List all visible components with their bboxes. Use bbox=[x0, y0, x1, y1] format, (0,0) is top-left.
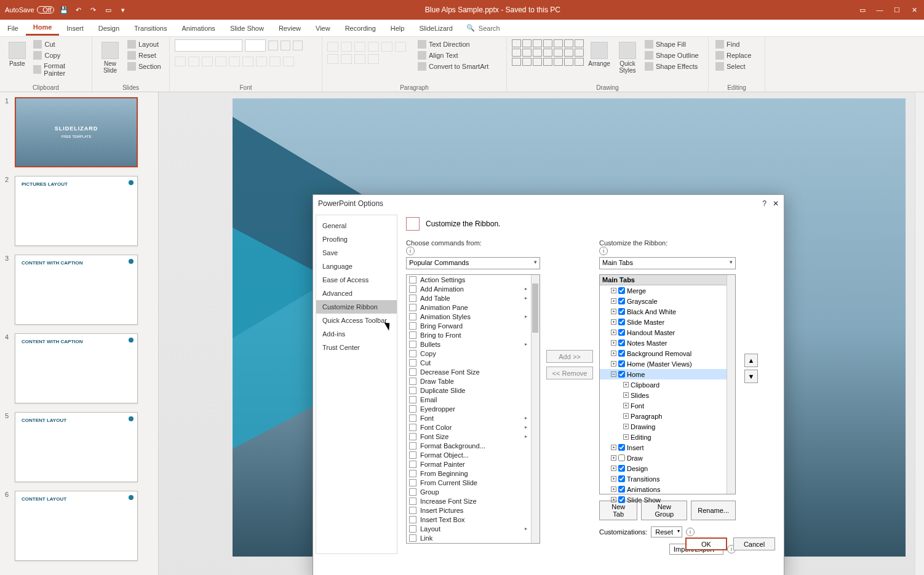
indent-inc-icon[interactable] bbox=[368, 42, 379, 52]
shapes-gallery[interactable] bbox=[512, 39, 584, 66]
command-list-item[interactable]: Bring to Front bbox=[407, 330, 540, 339]
close-icon[interactable]: ✕ bbox=[773, 199, 779, 208]
case-icon[interactable] bbox=[256, 57, 267, 66]
tree-item[interactable]: +Drawing bbox=[600, 421, 735, 432]
replace-button[interactable]: Replace bbox=[714, 50, 753, 60]
tree-item[interactable]: +Notes Master bbox=[600, 338, 735, 348]
tree-checkbox[interactable] bbox=[618, 329, 625, 336]
redo-icon[interactable]: ↷ bbox=[89, 5, 98, 15]
expand-icon[interactable]: + bbox=[611, 445, 616, 450]
cancel-button[interactable]: Cancel bbox=[733, 537, 775, 550]
options-category-item[interactable]: Advanced bbox=[316, 287, 397, 300]
info-icon[interactable]: i bbox=[599, 247, 608, 255]
expand-icon[interactable]: + bbox=[611, 497, 616, 502]
ribbon-tabs-tree[interactable]: Main Tabs +Merge+Grayscale+Black And Whi… bbox=[599, 274, 736, 494]
expand-icon[interactable]: + bbox=[611, 476, 616, 482]
autosave-toggle[interactable]: AutoSave Off bbox=[5, 6, 54, 14]
strike-icon[interactable] bbox=[229, 57, 240, 66]
command-list-item[interactable]: Format Object... bbox=[407, 450, 540, 459]
expand-icon[interactable]: + bbox=[611, 340, 616, 346]
expand-icon[interactable]: + bbox=[611, 361, 616, 367]
tree-item[interactable]: +Insert bbox=[600, 442, 735, 453]
tab-recording[interactable]: Recording bbox=[338, 22, 383, 35]
clear-format-icon[interactable] bbox=[293, 41, 303, 50]
autosave-switch[interactable]: Off bbox=[37, 6, 54, 14]
tree-checkbox[interactable] bbox=[618, 371, 625, 378]
font-color-icon[interactable] bbox=[283, 57, 294, 66]
ribbon-options-icon[interactable]: ▭ bbox=[858, 5, 867, 15]
options-category-item[interactable]: Quick Access Toolbar bbox=[316, 314, 397, 327]
slide-thumbnail[interactable]: 3CONTENT WITH CAPTION bbox=[5, 255, 147, 325]
command-list-item[interactable]: Format Background... bbox=[407, 441, 540, 450]
command-list-item[interactable]: Macros bbox=[407, 542, 540, 544]
highlight-icon[interactable] bbox=[269, 57, 281, 66]
expand-icon[interactable]: + bbox=[623, 382, 629, 387]
command-list-item[interactable]: Draw Table bbox=[407, 376, 540, 386]
tree-item[interactable]: +Draw bbox=[600, 453, 735, 463]
underline-icon[interactable] bbox=[202, 57, 213, 66]
help-icon[interactable]: ? bbox=[762, 199, 767, 208]
bullets-icon[interactable] bbox=[327, 42, 338, 52]
tree-item[interactable]: +Grayscale bbox=[600, 296, 735, 306]
command-list-item[interactable]: Bring Forward bbox=[407, 321, 540, 330]
shape-fill-button[interactable]: Shape Fill bbox=[643, 39, 701, 49]
tree-item[interactable]: +Home (Master Views) bbox=[600, 359, 735, 369]
ok-button[interactable]: OK bbox=[685, 537, 727, 550]
options-category-item[interactable]: General bbox=[316, 219, 397, 232]
search-box[interactable]: 🔍 Search bbox=[466, 24, 500, 32]
tree-checkbox[interactable] bbox=[618, 287, 625, 294]
tree-item[interactable]: +Handout Master bbox=[600, 327, 735, 338]
tree-item[interactable]: +Slide Show bbox=[600, 494, 735, 505]
slide-thumbnail[interactable]: 2PICTURES LAYOUT bbox=[5, 176, 147, 246]
shape-outline-button[interactable]: Shape Outline bbox=[643, 50, 701, 60]
line-spacing-icon[interactable] bbox=[381, 42, 392, 52]
slide-thumbnail[interactable]: 6CONTENT LAYOUT bbox=[5, 491, 147, 561]
tab-insert[interactable]: Insert bbox=[59, 22, 91, 35]
arrange-button[interactable]: Arrange bbox=[586, 39, 612, 69]
layout-button[interactable]: Layout bbox=[125, 39, 163, 49]
add-button[interactable]: Add >> bbox=[546, 350, 593, 363]
command-list-item[interactable]: Copy bbox=[407, 349, 540, 358]
justify-icon[interactable] bbox=[354, 54, 365, 64]
slide-thumbnail[interactable]: 1SLIDELIZARDFREE TEMPLATE bbox=[5, 97, 147, 167]
info-icon[interactable]: i bbox=[686, 528, 695, 536]
expand-icon[interactable]: + bbox=[623, 403, 629, 408]
expand-icon[interactable]: + bbox=[611, 309, 616, 314]
command-list-item[interactable]: Font Color▸ bbox=[407, 422, 540, 432]
indent-dec-icon[interactable] bbox=[354, 42, 365, 52]
tree-checkbox[interactable] bbox=[618, 486, 625, 493]
command-list-item[interactable]: Font▸ bbox=[407, 413, 540, 422]
shadow-icon[interactable] bbox=[215, 57, 226, 66]
tab-slideshow[interactable]: Slide Show bbox=[223, 22, 271, 35]
customize-ribbon-dropdown[interactable]: Main Tabs bbox=[599, 257, 736, 269]
options-category-item[interactable]: Trust Center bbox=[316, 341, 397, 354]
tree-checkbox[interactable] bbox=[618, 298, 625, 304]
tree-item[interactable]: +Font bbox=[600, 400, 735, 411]
choose-commands-dropdown[interactable]: Popular Commands bbox=[406, 257, 540, 269]
tab-review[interactable]: Review bbox=[271, 22, 308, 35]
tab-transitions[interactable]: Transitions bbox=[127, 22, 174, 35]
increase-font-icon[interactable] bbox=[268, 41, 278, 50]
command-list-item[interactable]: Bullets▸ bbox=[407, 339, 540, 349]
command-list-item[interactable]: Email bbox=[407, 395, 540, 404]
command-list-item[interactable]: Animation Pane bbox=[407, 303, 540, 312]
command-list-item[interactable]: Insert Pictures bbox=[407, 506, 540, 515]
expand-icon[interactable]: + bbox=[611, 298, 616, 304]
command-list-item[interactable]: Format Painter bbox=[407, 459, 540, 469]
expand-icon[interactable]: + bbox=[623, 434, 629, 440]
command-list-item[interactable]: From Beginning bbox=[407, 469, 540, 478]
reset-button[interactable]: Reset bbox=[125, 50, 163, 60]
tree-item[interactable]: +Paragraph bbox=[600, 411, 735, 421]
tree-item[interactable]: +Clipboard bbox=[600, 379, 735, 390]
tree-item[interactable]: +Transitions bbox=[600, 474, 735, 484]
align-left-icon[interactable] bbox=[395, 42, 406, 52]
tree-checkbox[interactable] bbox=[618, 360, 625, 367]
tree-item[interactable]: +Black And White bbox=[600, 306, 735, 317]
minimize-icon[interactable]: — bbox=[875, 5, 885, 15]
decrease-font-icon[interactable] bbox=[281, 41, 290, 50]
tree-checkbox[interactable] bbox=[618, 319, 625, 325]
command-list-item[interactable]: Layout▸ bbox=[407, 524, 540, 533]
tab-animations[interactable]: Animations bbox=[174, 22, 222, 35]
expand-icon[interactable]: + bbox=[611, 288, 616, 293]
tab-help[interactable]: Help bbox=[383, 22, 412, 35]
